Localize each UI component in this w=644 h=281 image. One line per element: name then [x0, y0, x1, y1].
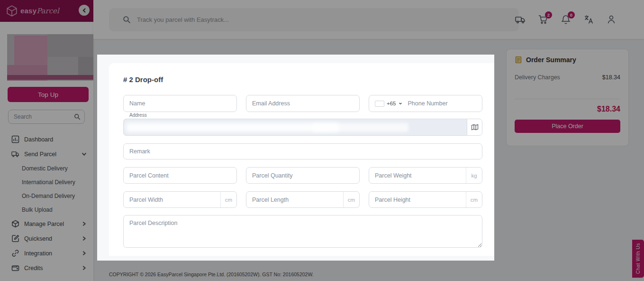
dimension-unit-label: cm — [220, 192, 236, 207]
parcel-width-field: cm — [123, 191, 237, 208]
map-picker-button[interactable] — [467, 119, 482, 136]
caret-down-icon — [399, 102, 402, 105]
parcel-length-field: cm — [246, 191, 360, 208]
parcel-description-textarea[interactable] — [123, 215, 482, 248]
address-row: Address — [123, 119, 482, 136]
dimension-unit-label: cm — [343, 192, 359, 207]
parcel-quantity-field — [246, 167, 360, 184]
email-field — [246, 95, 360, 112]
email-input[interactable] — [246, 95, 359, 112]
redacted-address-value — [126, 123, 339, 132]
phone-prefix: +65 — [387, 101, 396, 106]
parcel-width-input[interactable] — [124, 192, 220, 207]
phone-field: +65 — [369, 95, 482, 112]
parcel-content-input[interactable] — [124, 168, 236, 183]
parcel-quantity-input[interactable] — [246, 168, 359, 183]
redacted-address-value — [312, 123, 408, 132]
remark-field — [123, 143, 482, 159]
address-input[interactable] — [123, 119, 467, 136]
map-icon — [471, 123, 479, 131]
name-field — [123, 95, 237, 112]
modal-title: # 2 Drop-off — [123, 75, 163, 84]
parcel-height-input[interactable] — [369, 192, 466, 207]
singapore-flag-icon — [375, 101, 384, 107]
parcel-weight-input[interactable] — [369, 168, 466, 183]
phone-input[interactable] — [402, 95, 482, 112]
name-input[interactable] — [124, 95, 236, 112]
phone-country-selector[interactable]: +65 — [369, 101, 402, 107]
dimension-unit-label: cm — [466, 192, 482, 207]
remark-input[interactable] — [124, 144, 482, 159]
parcel-weight-field: kg — [369, 167, 482, 184]
parcel-height-field: cm — [369, 191, 482, 208]
drop-off-form-card: # 2 Drop-off +65 Address — [109, 63, 494, 256]
parcel-length-input[interactable] — [246, 192, 343, 207]
address-label: Address — [128, 112, 148, 118]
parcel-content-field — [123, 167, 237, 184]
weight-unit-label: kg — [466, 168, 482, 183]
drop-off-modal: # 2 Drop-off +65 Address — [97, 55, 494, 261]
